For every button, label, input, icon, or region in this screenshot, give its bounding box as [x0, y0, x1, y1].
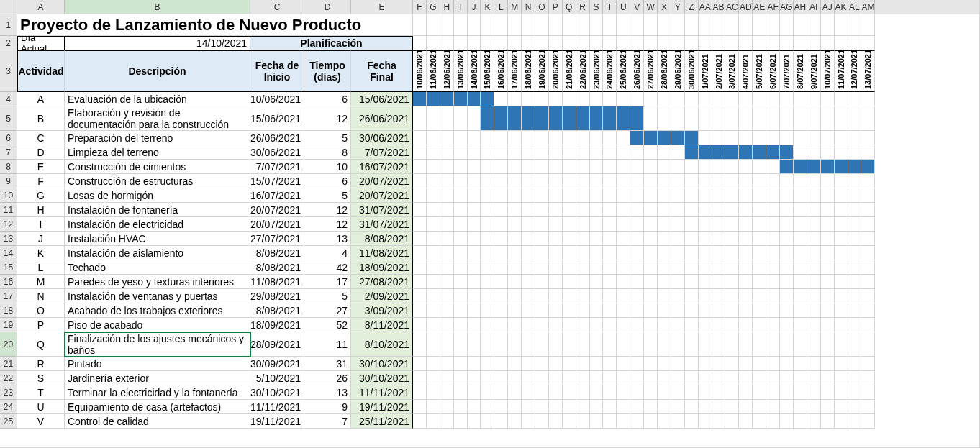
- gantt-cell[interactable]: [617, 145, 630, 160]
- gantt-cell[interactable]: [617, 188, 630, 203]
- gantt-cell[interactable]: [780, 332, 794, 357]
- column-header-X[interactable]: X: [658, 0, 671, 14]
- column-header-I[interactable]: I: [454, 0, 468, 14]
- task-desc[interactable]: Pintado: [65, 357, 250, 371]
- task-end[interactable]: 8/10/2021: [351, 332, 413, 357]
- task-days[interactable]: 8: [304, 145, 351, 160]
- gantt-cell[interactable]: [753, 414, 766, 429]
- column-header-M[interactable]: M: [508, 0, 522, 14]
- task-act[interactable]: B: [17, 106, 65, 131]
- gantt-cell[interactable]: [590, 318, 604, 332]
- gantt-cell[interactable]: [644, 188, 658, 203]
- row-header-11[interactable]: 11: [0, 203, 17, 217]
- gantt-cell[interactable]: [848, 232, 862, 246]
- gantt-cell[interactable]: [576, 106, 590, 131]
- gantt-cell[interactable]: [576, 188, 590, 203]
- task-desc[interactable]: Instalación de fontanería: [65, 203, 250, 217]
- gantt-cell[interactable]: [685, 414, 699, 429]
- gantt-cell[interactable]: [739, 289, 753, 303]
- task-act[interactable]: S: [17, 371, 65, 385]
- gantt-cell[interactable]: [576, 232, 590, 246]
- gantt-cell[interactable]: [861, 160, 875, 174]
- task-start[interactable]: 20/07/2021: [250, 217, 304, 232]
- gantt-cell[interactable]: [848, 414, 862, 429]
- gantt-cell[interactable]: [807, 203, 821, 217]
- gantt-cell[interactable]: [590, 385, 604, 400]
- gantt-cell[interactable]: [440, 289, 454, 303]
- gantt-cell[interactable]: [576, 414, 590, 429]
- gantt-cell[interactable]: [753, 260, 766, 275]
- gantt-cell[interactable]: [739, 92, 753, 106]
- gantt-cell[interactable]: [807, 414, 821, 429]
- gantt-cell[interactable]: [725, 357, 739, 371]
- gantt-cell[interactable]: [468, 400, 481, 414]
- gantt-cell[interactable]: [427, 246, 440, 260]
- gantt-cell[interactable]: [753, 174, 766, 188]
- task-desc[interactable]: Evaluación de la ubicación: [65, 92, 250, 106]
- task-desc[interactable]: Equipamiento de casa (artefactos): [65, 400, 250, 414]
- gantt-cell[interactable]: [685, 92, 699, 106]
- task-days[interactable]: 27: [304, 303, 351, 318]
- gantt-cell[interactable]: [481, 131, 494, 145]
- gantt-cell[interactable]: [685, 332, 699, 357]
- gantt-cell[interactable]: [807, 145, 821, 160]
- gantt-cell[interactable]: [576, 318, 590, 332]
- gantt-cell[interactable]: [848, 275, 862, 289]
- gantt-cell[interactable]: [494, 188, 508, 203]
- gantt-cell[interactable]: [481, 275, 494, 289]
- gantt-cell[interactable]: [807, 357, 821, 371]
- gantt-cell[interactable]: [671, 275, 685, 289]
- gantt-cell[interactable]: [590, 400, 604, 414]
- gantt-cell[interactable]: [630, 174, 644, 188]
- gantt-cell[interactable]: [725, 385, 739, 400]
- gantt-cell[interactable]: [861, 106, 875, 131]
- task-desc[interactable]: Terminar la electricidad y la fontanería: [65, 385, 250, 400]
- gantt-cell[interactable]: [658, 414, 671, 429]
- column-header-AB[interactable]: AB: [712, 0, 726, 14]
- gantt-cell[interactable]: [508, 260, 522, 275]
- gantt-cell[interactable]: [563, 232, 576, 246]
- column-header-F[interactable]: F: [413, 0, 427, 14]
- gantt-cell[interactable]: [658, 260, 671, 275]
- gantt-cell[interactable]: [494, 106, 508, 131]
- gantt-cell[interactable]: [522, 160, 535, 174]
- gantt-cell[interactable]: [563, 400, 576, 414]
- gantt-cell[interactable]: [454, 174, 468, 188]
- gantt-cell[interactable]: [861, 92, 875, 106]
- gantt-cell[interactable]: [468, 131, 481, 145]
- gantt-cell[interactable]: [454, 357, 468, 371]
- column-header-AJ[interactable]: AJ: [821, 0, 835, 14]
- gantt-cell[interactable]: [739, 203, 753, 217]
- task-act[interactable]: M: [17, 275, 65, 289]
- gantt-cell[interactable]: [481, 318, 494, 332]
- gantt-cell[interactable]: [644, 131, 658, 145]
- task-desc[interactable]: Instalación HVAC: [65, 232, 250, 246]
- gantt-cell[interactable]: [848, 106, 862, 131]
- gantt-cell[interactable]: [658, 371, 671, 385]
- task-days[interactable]: 42: [304, 260, 351, 275]
- gantt-cell[interactable]: [481, 188, 494, 203]
- row-header-6[interactable]: 6: [0, 131, 17, 145]
- task-act[interactable]: U: [17, 400, 65, 414]
- gantt-cell[interactable]: [603, 332, 617, 357]
- gantt-cell[interactable]: [848, 385, 862, 400]
- gantt-cell[interactable]: [481, 385, 494, 400]
- gantt-cell[interactable]: [603, 414, 617, 429]
- gantt-cell[interactable]: [427, 303, 440, 318]
- task-act[interactable]: H: [17, 203, 65, 217]
- gantt-cell[interactable]: [508, 275, 522, 289]
- gantt-cell[interactable]: [576, 371, 590, 385]
- task-desc[interactable]: Paredes de yeso y texturas interiores: [65, 275, 250, 289]
- gantt-cell[interactable]: [630, 371, 644, 385]
- gantt-cell[interactable]: [671, 145, 685, 160]
- gantt-cell[interactable]: [603, 174, 617, 188]
- gantt-cell[interactable]: [413, 400, 427, 414]
- gantt-cell[interactable]: [427, 92, 440, 106]
- gantt-cell[interactable]: [671, 106, 685, 131]
- gantt-cell[interactable]: [427, 203, 440, 217]
- gantt-cell[interactable]: [508, 318, 522, 332]
- gantt-cell[interactable]: [780, 357, 794, 371]
- gantt-cell[interactable]: [848, 357, 862, 371]
- gantt-cell[interactable]: [549, 332, 563, 357]
- gantt-cell[interactable]: [780, 232, 794, 246]
